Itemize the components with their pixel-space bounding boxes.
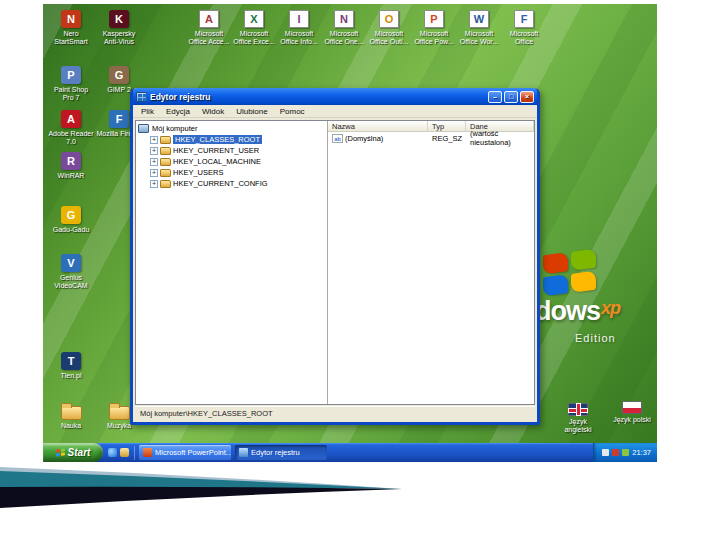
xp-mark: xp xyxy=(601,298,620,318)
task-button-regedit[interactable]: Edytor rejestru xyxy=(235,445,327,460)
desktop-icon-office-onenote[interactable]: N Microsoft Office One... xyxy=(321,10,367,47)
office-app-icon: F xyxy=(514,10,534,28)
edition-label: Edition xyxy=(575,332,616,344)
desktop-icon-office-word[interactable]: W Microsoft Office Wor... xyxy=(456,10,502,47)
desktop-icon-label: Kaspersky Anti-Virus xyxy=(96,30,142,47)
computer-icon xyxy=(138,124,149,133)
desktop-icon-office-infopath[interactable]: I Microsoft Office Info... xyxy=(276,10,322,47)
menu-ulubione[interactable]: Ulubione xyxy=(230,107,274,116)
desktop-icon-adobe-reader[interactable]: A Adobe Reader 7.0 xyxy=(48,110,94,147)
expand-icon[interactable]: + xyxy=(150,147,158,155)
menu-edycja[interactable]: Edycja xyxy=(160,107,196,116)
expand-icon[interactable]: + xyxy=(150,136,158,144)
menu-pomoc[interactable]: Pomoc xyxy=(274,107,311,116)
regedit-task-icon xyxy=(239,448,248,457)
windows-word-fragment: dows xyxy=(535,296,600,326)
desktop-icon-winrar[interactable]: R WinRAR xyxy=(48,152,94,180)
icon-letter: A xyxy=(67,113,75,125)
desktop-icon-label: Microsoft Office Wor... xyxy=(456,30,502,47)
desktop-icon-videocam[interactable]: V Genius VideoCAM xyxy=(48,254,94,291)
desktop-icon-kaspersky[interactable]: K Kaspersky Anti-Virus xyxy=(96,10,142,47)
windows-flag-icon xyxy=(56,448,65,456)
desktop-icon-office-excel[interactable]: X Microsoft Office Exce... xyxy=(231,10,277,47)
task-button-label: Edytor rejestru xyxy=(251,448,300,457)
internet-explorer-icon[interactable] xyxy=(108,448,117,457)
desktop-icon-office-access[interactable]: A Microsoft Office Acce... xyxy=(186,10,232,47)
regedit-window: Edytor rejestru – □ × Plik Edycja Widok … xyxy=(130,88,540,425)
tree-item-label: HKEY_LOCAL_MACHINE xyxy=(173,157,261,166)
desktop-icon-label: Paint Shop Pro 7 xyxy=(48,86,94,103)
value-row-default[interactable]: ab (Domyślna) REG_SZ (wartość nieustalon… xyxy=(328,132,534,144)
desktop-icon-office-powerpoint[interactable]: P Microsoft Office Pow... xyxy=(411,10,457,47)
start-label: Start xyxy=(68,447,91,458)
menu-widok[interactable]: Widok xyxy=(196,107,230,116)
office-app-icon: P xyxy=(424,10,444,28)
desktop-icon-gadu-gadu[interactable]: G Gadu-Gadu xyxy=(48,206,94,234)
volume-icon[interactable] xyxy=(602,449,609,456)
desktop-icon-nero[interactable]: N Nero StartSmart xyxy=(48,10,94,47)
polish-flag-icon xyxy=(622,401,642,414)
desktop-icon-label: Gadu-Gadu xyxy=(48,226,94,234)
desktop-icon-english[interactable]: Język angielski xyxy=(555,398,601,435)
regedit-app-icon xyxy=(136,92,147,102)
task-button-label: Microsoft PowerPoint... xyxy=(155,448,231,457)
minimize-button[interactable]: – xyxy=(488,91,502,103)
menu-bar: Plik Edycja Widok Ulubione Pomoc xyxy=(133,105,537,118)
maximize-button[interactable]: □ xyxy=(504,91,518,103)
value-type: REG_SZ xyxy=(428,134,466,143)
system-tray[interactable]: 21:37 xyxy=(593,443,657,462)
value-name: (Domyślna) xyxy=(345,134,383,143)
icon-letter: X xyxy=(250,13,257,25)
tree-item-hkey-local-machine[interactable]: + HKEY_LOCAL_MACHINE xyxy=(136,156,327,167)
title-bar[interactable]: Edytor rejestru – □ × xyxy=(133,88,537,105)
office-app-icon: I xyxy=(289,10,309,28)
flag-blue-pane xyxy=(543,274,568,296)
desktop-icon-folder-nauka[interactable]: Nauka xyxy=(48,402,94,430)
expand-icon[interactable]: + xyxy=(150,180,158,188)
tree-item-hkey-current-user[interactable]: + HKEY_CURRENT_USER xyxy=(136,145,327,156)
desktop-icon-paintshop[interactable]: P Paint Shop Pro 7 xyxy=(48,66,94,103)
tray-clock: 21:37 xyxy=(632,448,651,457)
desktop: A Microsoft Office Acce... X Microsoft O… xyxy=(43,4,657,462)
expand-icon[interactable]: + xyxy=(150,158,158,166)
icon-letter: G xyxy=(67,209,76,221)
start-button[interactable]: Start xyxy=(43,443,103,462)
icon-letter: K xyxy=(115,13,123,25)
key-folder-icon xyxy=(160,169,171,177)
desktop-icon-label: Microsoft Office Info... xyxy=(276,30,322,47)
office-app-icon: X xyxy=(244,10,264,28)
tree-item-hkey-users[interactable]: + HKEY_USERS xyxy=(136,167,327,178)
tree-root-my-computer[interactable]: Mój komputer xyxy=(136,123,327,134)
tree-item-hkey-current-config[interactable]: + HKEY_CURRENT_CONFIG xyxy=(136,178,327,189)
desktop-icon-label: Microsoft Office One... xyxy=(321,30,367,47)
desktop-icon-label: Tlen.pl xyxy=(48,372,94,380)
desktop-icon-label: Język angielski xyxy=(555,418,601,435)
desktop-icon-tlen[interactable]: T Tlen.pl xyxy=(48,352,94,380)
column-header-typ[interactable]: Typ xyxy=(428,121,466,131)
network-icon[interactable] xyxy=(622,449,629,456)
icon-letter: F xyxy=(116,113,123,125)
app-icon: T xyxy=(61,352,81,370)
icon-letter: P xyxy=(430,13,437,25)
desktop-icon-label: Nauka xyxy=(48,422,94,430)
desktop-icon-office-outlook[interactable]: O Microsoft Office Outl... xyxy=(366,10,412,47)
close-button[interactable]: × xyxy=(520,91,534,103)
desktop-icon-polish[interactable]: Język polski xyxy=(609,396,655,424)
app-icon: G xyxy=(109,66,129,84)
icon-letter: F xyxy=(521,13,528,25)
key-folder-icon xyxy=(160,136,171,144)
desktop-icon-office-frontpage[interactable]: F Microsoft Office FrontPage xyxy=(501,10,547,48)
show-desktop-icon[interactable] xyxy=(120,448,129,457)
desktop-icon-label: Microsoft Office Outl... xyxy=(366,30,412,47)
tree-item-hkey-classes-root[interactable]: + HKEY_CLASSES_ROOT xyxy=(136,134,327,145)
flag-yellow-pane xyxy=(571,271,596,293)
column-header-nazwa[interactable]: Nazwa xyxy=(328,121,428,131)
antivirus-icon[interactable] xyxy=(612,449,619,456)
desktop-icon-label: Microsoft Office Exce... xyxy=(231,30,277,47)
expand-icon[interactable]: + xyxy=(150,169,158,177)
task-button-powerpoint[interactable]: Microsoft PowerPoint... xyxy=(139,445,231,460)
menu-plik[interactable]: Plik xyxy=(135,107,160,116)
tree-item-label: HKEY_CURRENT_USER xyxy=(173,146,259,155)
desktop-icon-label: Język polski xyxy=(609,416,655,424)
icon-letter: V xyxy=(67,257,74,269)
